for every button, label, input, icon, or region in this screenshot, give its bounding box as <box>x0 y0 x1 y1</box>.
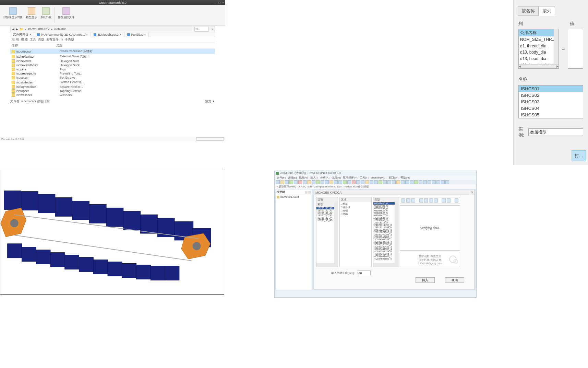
file-row[interactable]: isopinsPins <box>10 67 215 71</box>
tool-icon[interactable] <box>294 180 298 184</box>
tool-icon[interactable] <box>312 180 315 184</box>
tool-icon[interactable] <box>401 180 405 184</box>
menu-tools[interactable]: 工具(T) <box>360 176 369 180</box>
tool-icon[interactable] <box>303 180 307 184</box>
tab-partcommunity[interactable]: PARTcommunity 3D CAD mod...× <box>34 32 91 37</box>
preview-toggle[interactable]: 预览 ▲ <box>205 99 215 104</box>
tool-icon[interactable] <box>423 180 427 184</box>
tool-icon[interactable] <box>338 180 342 184</box>
ribbon-model-display[interactable]: 模型显示 <box>25 7 38 24</box>
file-row[interactable]: isotapscrTapping Screws <box>10 89 215 93</box>
tool-icon[interactable] <box>383 180 387 184</box>
dialog-close-icon[interactable]: × <box>471 191 473 194</box>
minimize-button[interactable]: — <box>214 1 216 4</box>
vscrollbar[interactable] <box>334 202 338 263</box>
tool-icon[interactable] <box>410 180 413 184</box>
column-listbox[interactable]: 公用名称 NOM_SIZE_THR... d1, thread_dia d10,… <box>518 29 559 69</box>
name-item[interactable]: ISHCS01 <box>519 85 583 92</box>
organize-menu[interactable]: 组 织 <box>12 37 19 42</box>
tool-icon[interactable] <box>289 180 293 184</box>
tab-close-icon[interactable]: × <box>144 33 146 36</box>
model-tree[interactable]: 模型树 ASM0001.ASM <box>276 189 312 290</box>
column-item[interactable]: NOM_SIZE_THR... <box>519 36 559 43</box>
tool-icon[interactable] <box>387 180 391 184</box>
tool-icon[interactable] <box>441 180 445 184</box>
preview-tool-icon[interactable] <box>442 198 445 203</box>
hscrollbar[interactable] <box>373 263 398 267</box>
column-item[interactable]: d13, head_dia <box>519 56 559 62</box>
option-list[interactable]: 选项 索引 18706_30_A0 18706_30_A1 18706_30_A… <box>316 197 338 267</box>
tool-icon[interactable] <box>325 180 329 184</box>
tool-icon[interactable] <box>298 180 302 184</box>
tool-icon[interactable] <box>343 180 347 184</box>
tree-item-asm[interactable]: ASM0001.ASM <box>277 195 311 199</box>
tool-icon[interactable] <box>396 180 400 184</box>
menu-file[interactable]: 文件(F) <box>277 176 286 180</box>
breadcrumb-item[interactable]: PART LIBRARY <box>28 27 50 31</box>
insert-button[interactable]: 插入 <box>416 277 435 283</box>
breadcrumb-item[interactable]: isofastlib <box>54 27 66 31</box>
menu-edit[interactable]: 编辑(E) <box>288 176 297 180</box>
col-header-type[interactable]: 类型 <box>56 43 62 48</box>
bc-fwd-icon[interactable]: ▶ <box>16 27 18 31</box>
tool-icon[interactable] <box>379 180 382 184</box>
tool-icon[interactable] <box>334 180 338 184</box>
tool-icon[interactable] <box>285 180 289 184</box>
close-browser-icon[interactable]: × <box>212 27 213 31</box>
tool-icon[interactable] <box>392 180 396 184</box>
tool-icon[interactable] <box>356 180 360 184</box>
tool-icon[interactable] <box>436 180 440 184</box>
menu-applications[interactable]: 应用程序(P) <box>343 176 358 180</box>
zoom-slider[interactable] <box>196 137 224 141</box>
menu-analysis[interactable]: 分析(A) <box>320 176 329 180</box>
vscrollbar[interactable] <box>395 202 398 263</box>
name-listbox[interactable]: ISHCS01 ISHCS02 ISHCS03 ISHCS04 ISHCS05 <box>518 85 583 118</box>
tab-close-icon[interactable]: × <box>86 33 88 36</box>
preview-viewport[interactable]: Verifying data. <box>400 205 460 251</box>
menu-window[interactable]: 窗口(W) <box>388 176 398 180</box>
preview-tool-icon[interactable] <box>406 198 410 203</box>
tool-icon[interactable] <box>321 180 324 184</box>
tab-by-name[interactable]: 按名称 <box>518 6 539 16</box>
tool-icon[interactable] <box>276 180 280 184</box>
ribbon-system-appearance[interactable]: 系统外观 <box>39 7 53 24</box>
column-item[interactable]: 公用名称 <box>519 29 559 36</box>
tools-menu[interactable]: 工具 <box>30 37 36 42</box>
tool-icon[interactable] <box>432 180 436 184</box>
menu-insert[interactable]: 插入(I) <box>310 176 319 180</box>
tool-icon[interactable] <box>352 180 356 184</box>
tab-3dmodelspace[interactable]: 3DModelSpace× <box>91 32 124 37</box>
tool-icon[interactable] <box>419 180 422 184</box>
tool-icon[interactable] <box>316 180 320 184</box>
column-item[interactable]: d1, thread_dia <box>519 43 559 49</box>
length-input[interactable] <box>357 271 371 275</box>
menu-manikin[interactable]: Manikin(M)... <box>371 176 386 179</box>
value-listbox[interactable] <box>568 29 583 69</box>
preview-tool-icon[interactable] <box>419 198 423 203</box>
preview-tool-icon[interactable] <box>424 198 428 203</box>
tab-close-icon[interactable]: × <box>29 33 31 36</box>
hscrollbar[interactable] <box>316 263 338 267</box>
menu-help[interactable]: 帮助(H) <box>400 176 410 180</box>
name-item[interactable]: ISHCS04 <box>519 105 583 112</box>
tree-show-icon[interactable] <box>308 191 311 194</box>
view-menu[interactable]: 视 图 <box>21 37 28 42</box>
tool-icon[interactable] <box>307 180 311 184</box>
hscrollbar[interactable]: ◀▶ <box>519 64 559 68</box>
file-row[interactable]: isosetscrSet Screws <box>10 76 215 80</box>
file-row[interactable]: isohexboltscrExternal Drive 六角... <box>10 54 215 59</box>
close-button[interactable]: × <box>222 1 224 4</box>
file-row[interactable]: isocrrecscrCross Recessed 头螺钉 <box>10 49 215 54</box>
tool-icon[interactable] <box>414 180 418 184</box>
tool-icon[interactable] <box>347 180 351 184</box>
type-list[interactable]: 类型 02087485_602087485_602088897_60808982… <box>373 197 398 267</box>
instance-input[interactable] <box>528 128 583 136</box>
preview-tool-icon[interactable] <box>401 198 405 203</box>
file-row[interactable]: isohexnutsHexagon Nuts <box>10 59 215 63</box>
menu-info[interactable]: 信息(N) <box>332 176 341 180</box>
tool-icon[interactable] <box>329 180 333 184</box>
preview-tool-icon[interactable] <box>455 198 458 203</box>
bc-back-icon[interactable]: ◀ <box>12 27 14 31</box>
ribbon-erase-undisplayed[interactable]: 拭除未显示对象 <box>2 7 24 24</box>
name-item[interactable]: ISHCS02 <box>519 92 583 99</box>
